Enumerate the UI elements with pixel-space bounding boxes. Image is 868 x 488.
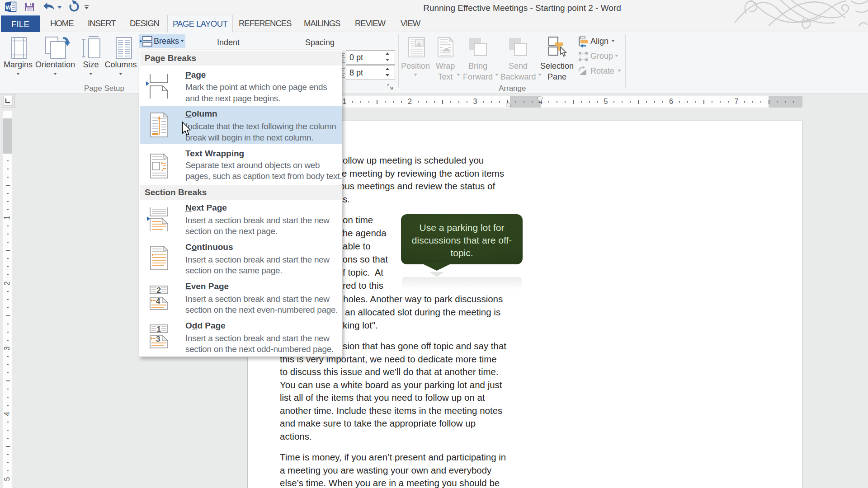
- svg-text:4: 4: [156, 297, 160, 305]
- svg-text:1: 1: [157, 325, 161, 333]
- svg-text:2: 2: [157, 286, 161, 295]
- svg-text:W: W: [5, 4, 11, 11]
- svg-text:3: 3: [156, 335, 160, 343]
